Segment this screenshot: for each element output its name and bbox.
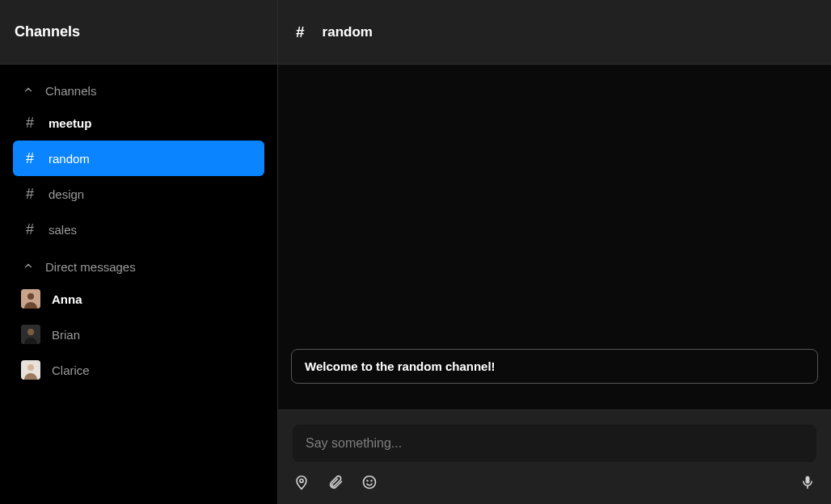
hash-icon: # — [24, 222, 36, 237]
sidebar-body: Channels # meetup # random # design # sa… — [0, 65, 277, 504]
microphone-icon[interactable] — [799, 473, 816, 491]
main-header: # random — [278, 0, 831, 65]
hash-icon: # — [296, 23, 305, 41]
composer — [278, 410, 831, 504]
section-header-dms[interactable]: Direct messages — [13, 252, 264, 281]
channel-item-meetup[interactable]: # meetup — [13, 105, 264, 141]
svg-point-9 — [371, 481, 372, 481]
channel-label: design — [49, 187, 84, 201]
section-header-label: Channels — [45, 84, 96, 98]
svg-point-7 — [364, 477, 376, 489]
chevron-up-icon — [23, 260, 34, 274]
svg-point-5 — [27, 364, 34, 371]
welcome-text: Welcome to the random channel! — [305, 359, 496, 373]
hash-icon: # — [24, 187, 36, 201]
channel-item-design[interactable]: # design — [13, 176, 264, 212]
sidebar: Channels Channels # meetup # random — [0, 0, 278, 504]
welcome-banner: Welcome to the random channel! — [291, 349, 818, 384]
channel-label: sales — [49, 223, 77, 237]
composer-toolbar — [293, 473, 816, 491]
message-area: Welcome to the random channel! — [278, 65, 831, 410]
section-header-channels[interactable]: Channels — [13, 76, 264, 105]
dm-item-brian[interactable]: Brian — [13, 317, 264, 352]
avatar — [21, 325, 40, 344]
avatar — [21, 289, 40, 309]
sidebar-header: Channels — [0, 0, 277, 65]
svg-point-6 — [300, 479, 303, 482]
app-root: Channels Channels # meetup # random — [0, 0, 831, 504]
smile-icon[interactable] — [361, 473, 378, 491]
svg-point-3 — [27, 329, 34, 335]
svg-point-8 — [367, 481, 368, 481]
dm-label: Anna — [52, 292, 82, 306]
paperclip-icon[interactable] — [327, 473, 344, 491]
dm-label: Brian — [52, 328, 80, 342]
channel-item-sales[interactable]: # sales — [13, 212, 264, 247]
svg-rect-10 — [806, 477, 810, 484]
chevron-up-icon — [23, 84, 34, 98]
channel-item-random[interactable]: # random — [13, 141, 264, 176]
dm-item-clarice[interactable]: Clarice — [13, 352, 264, 388]
sidebar-title: Channels — [15, 23, 80, 40]
composer-input[interactable] — [293, 425, 816, 462]
nav-section-dms: Direct messages Anna Brian — [13, 252, 264, 388]
channel-label: random — [49, 152, 90, 166]
hash-icon: # — [24, 151, 36, 166]
main: # random Welcome to the random channel! — [278, 0, 831, 504]
section-header-label: Direct messages — [45, 260, 136, 274]
channel-title: random — [323, 24, 373, 40]
dm-label: Clarice — [52, 363, 90, 377]
nav-section-channels: Channels # meetup # random # design # sa… — [13, 76, 264, 247]
location-pin-icon[interactable] — [293, 473, 310, 491]
hash-icon: # — [24, 116, 36, 130]
svg-point-1 — [27, 293, 34, 300]
avatar — [21, 360, 40, 380]
dm-item-anna[interactable]: Anna — [13, 281, 264, 317]
channel-label: meetup — [49, 116, 91, 130]
